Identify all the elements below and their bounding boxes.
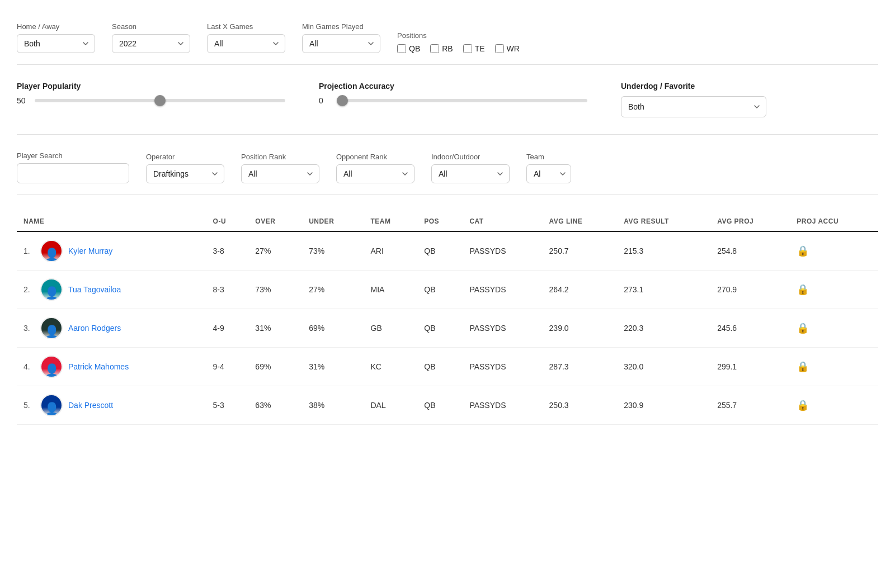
player-link-5[interactable]: Dak Prescott [68,401,113,410]
lock-icon-1: 🔒 [797,245,809,257]
cell-cat-1: PASSYDS [463,231,542,271]
cell-over-2: 73% [248,271,302,309]
data-table: NAME O-U OVER UNDER TEAM POS CAT AVG LIN… [17,212,878,425]
team-group: Team Al ARI MIA GB KC DAL [526,153,571,183]
cell-under-1: 73% [302,231,364,271]
last-x-games-select[interactable]: All 1 3 5 10 [207,34,285,53]
home-away-filter: Home / Away Both Home Away [17,22,95,53]
cell-cat-5: PASSYDS [463,386,542,425]
projection-accuracy-slider[interactable] [337,99,587,102]
cell-over-5: 63% [248,386,302,425]
player-popularity-slider-row: 50 [17,96,285,105]
position-rb[interactable]: RB [430,44,453,53]
team-select[interactable]: Al ARI MIA GB KC DAL [526,164,571,183]
cell-under-2: 27% [302,271,364,309]
season-select[interactable]: 2022 2021 2020 2019 [112,34,190,53]
cell-pos-1: QB [417,231,463,271]
player-avatar-4: 👤 [40,355,63,378]
cell-ou-3: 4-9 [206,309,249,348]
position-qb-checkbox[interactable] [397,44,406,53]
home-away-label: Home / Away [17,22,95,31]
col-avg-proj: AVG PROJ [710,212,790,231]
indoor-outdoor-group: Indoor/Outdoor All Indoor Outdoor [431,153,510,183]
player-search-label: Player Search [17,151,129,160]
position-wr-checkbox[interactable] [495,44,504,53]
player-link-4[interactable]: Patrick Mahomes [68,362,129,371]
projection-accuracy-label: Projection Accuracy [319,82,587,91]
player-search-group: Player Search [17,151,129,183]
player-popularity-value: 50 [17,96,28,105]
cell-pos-3: QB [417,309,463,348]
lock-icon-4: 🔒 [797,361,809,372]
position-te[interactable]: TE [463,44,485,53]
operator-label: Operator [146,153,224,161]
projection-accuracy-group: Projection Accuracy 0 [319,82,587,105]
player-popularity-group: Player Popularity 50 [17,82,285,105]
cell-avg-line-4: 287.3 [543,348,618,386]
underdog-favorite-select[interactable]: Both Underdog Favorite [621,96,766,117]
player-search-input[interactable] [17,163,129,183]
cell-under-5: 38% [302,386,364,425]
player-cell-3: 3. 👤 Aaron Rodgers [17,309,206,348]
cell-lock-5: 🔒 [790,386,878,425]
cell-avg-result-2: 273.1 [617,271,710,309]
position-rb-checkbox[interactable] [430,44,439,53]
cell-avg-line-1: 250.7 [543,231,618,271]
col-name: NAME [17,212,206,231]
min-games-select[interactable]: All 1 3 5 10 [302,34,380,53]
position-te-checkbox[interactable] [463,44,472,53]
col-ou: O-U [206,212,249,231]
min-games-filter: Min Games Played All 1 3 5 10 [302,22,380,53]
player-avatar-2: 👤 [40,278,63,301]
player-cell-2: 2. 👤 Tua Tagovailoa [17,271,206,309]
position-rank-select[interactable]: All 1-5 6-10 11-15 [241,164,319,183]
player-cell-5: 5. 👤 Dak Prescott [17,386,206,425]
col-under: UNDER [302,212,364,231]
cell-team-4: KC [364,348,418,386]
position-wr[interactable]: WR [495,44,520,53]
operator-group: Operator Draftkings FanDuel Yahoo [146,153,224,183]
opponent-rank-group: Opponent Rank All 1-5 6-10 11-15 [336,153,414,183]
cell-team-3: GB [364,309,418,348]
table-row: 4. 👤 Patrick Mahomes 9-4 69% 31% KC QB P… [17,348,878,386]
operator-select[interactable]: Draftkings FanDuel Yahoo [146,164,224,183]
player-popularity-slider[interactable] [35,99,285,102]
underdog-favorite-label: Underdog / Favorite [621,82,766,91]
cell-pos-2: QB [417,271,463,309]
player-link-2[interactable]: Tua Tagovailoa [68,285,121,294]
cell-over-1: 27% [248,231,302,271]
positions-label: Positions [397,31,520,40]
cell-cat-3: PASSYDS [463,309,542,348]
player-link-3[interactable]: Aaron Rodgers [68,324,121,333]
table-header: NAME O-U OVER UNDER TEAM POS CAT AVG LIN… [17,212,878,231]
projection-accuracy-value: 0 [319,96,330,105]
cell-ou-5: 5-3 [206,386,249,425]
opponent-rank-select[interactable]: All 1-5 6-10 11-15 [336,164,414,183]
team-label: Team [526,153,571,161]
col-proj-accu: PROJ ACCU [790,212,878,231]
player-rank-3: 3. [23,324,35,333]
cell-avg-result-4: 320.0 [617,348,710,386]
table-row: 2. 👤 Tua Tagovailoa 8-3 73% 27% MIA QB P… [17,271,878,309]
projection-accuracy-slider-row: 0 [319,96,587,105]
cell-lock-2: 🔒 [790,271,878,309]
min-games-label: Min Games Played [302,22,380,31]
lock-icon-5: 🔒 [797,400,809,411]
home-away-select[interactable]: Both Home Away [17,34,95,53]
cell-avg-result-3: 220.3 [617,309,710,348]
cell-avg-proj-5: 255.7 [710,386,790,425]
positions-filter: Positions QB RB TE WR [397,31,520,53]
col-pos: POS [417,212,463,231]
col-over: OVER [248,212,302,231]
cell-under-4: 31% [302,348,364,386]
filter-row-1: Home / Away Both Home Away Season 2022 2… [17,11,878,65]
cell-avg-line-5: 250.3 [543,386,618,425]
cell-lock-4: 🔒 [790,348,878,386]
col-team: TEAM [364,212,418,231]
cell-team-5: DAL [364,386,418,425]
season-filter: Season 2022 2021 2020 2019 [112,22,190,53]
indoor-outdoor-select[interactable]: All Indoor Outdoor [431,164,510,183]
filter-row-3: Player Search Operator Draftkings FanDue… [17,135,878,195]
position-qb[interactable]: QB [397,44,420,53]
player-link-1[interactable]: Kyler Murray [68,246,112,255]
